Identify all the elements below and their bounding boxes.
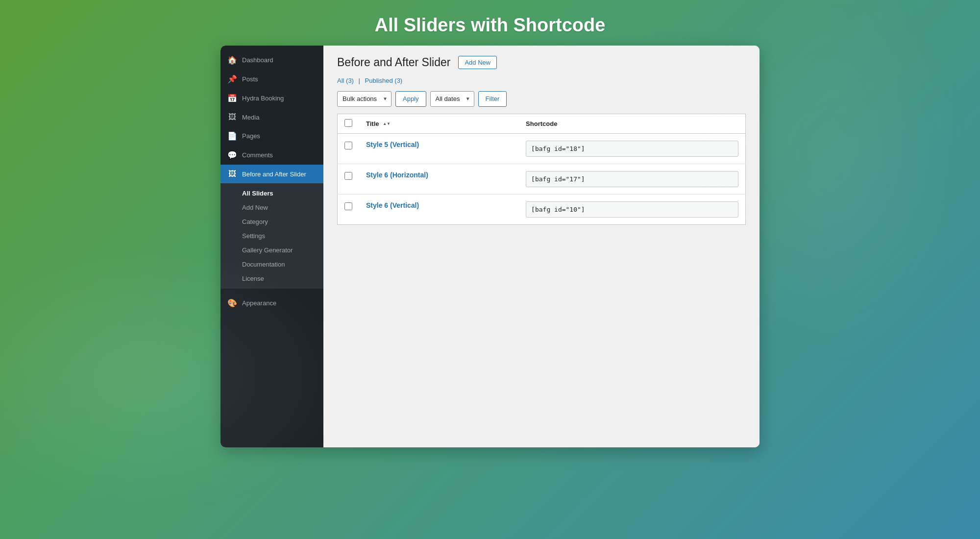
submenu-item-documentation[interactable]: Documentation bbox=[220, 257, 323, 271]
submenu-item-add-new[interactable]: Add New bbox=[220, 200, 323, 215]
title-sort-icon[interactable]: ▲▼ bbox=[383, 122, 391, 126]
submenu-item-gallery-generator[interactable]: Gallery Generator bbox=[220, 243, 323, 257]
sidebar-item-hydra-booking[interactable]: 📅 Hydra Booking bbox=[220, 89, 323, 108]
dates-select[interactable]: All dates bbox=[430, 91, 474, 107]
sidebar-item-label: Dashboard bbox=[242, 56, 273, 64]
content-title: Before and After Slider bbox=[337, 55, 450, 70]
row-title-cell: Style 6 (Horizontal) bbox=[359, 164, 519, 194]
shortcode-input-1[interactable] bbox=[526, 171, 738, 187]
comments-icon: 💬 bbox=[227, 150, 237, 160]
slider-icon: 🖼 bbox=[227, 170, 237, 178]
title-column-header: Title ▲▼ bbox=[359, 114, 519, 133]
sidebar-item-label: Posts bbox=[242, 75, 258, 83]
row-title-cell: Style 5 (Vertical) bbox=[359, 133, 519, 164]
submenu-item-settings[interactable]: Settings bbox=[220, 229, 323, 243]
filter-button[interactable]: Filter bbox=[478, 91, 507, 107]
sidebar-item-comments[interactable]: 💬 Comments bbox=[220, 146, 323, 165]
sidebar-item-label: Media bbox=[242, 114, 259, 121]
page-title: All Sliders with Shortcode bbox=[0, 15, 980, 36]
select-all-checkbox[interactable] bbox=[344, 119, 352, 127]
table-row: Style 6 (Vertical) bbox=[338, 194, 746, 224]
table-row: Style 6 (Horizontal) bbox=[338, 164, 746, 194]
dates-wrapper: All dates ▼ bbox=[430, 91, 474, 107]
appearance-icon: 🎨 bbox=[227, 298, 237, 308]
row-checkbox-cell bbox=[338, 133, 360, 164]
row-shortcode-cell bbox=[519, 164, 745, 194]
row-title-link-0[interactable]: Style 5 (Vertical) bbox=[366, 141, 512, 148]
row-title-cell: Style 6 (Vertical) bbox=[359, 194, 519, 224]
sidebar-item-label: Before and After Slider bbox=[242, 171, 306, 178]
main-content: Before and After Slider Add New All (3) … bbox=[323, 46, 760, 447]
table-row: Style 5 (Vertical) bbox=[338, 133, 746, 164]
add-new-button[interactable]: Add New bbox=[458, 56, 497, 69]
filter-published[interactable]: Published (3) bbox=[365, 77, 403, 84]
submenu-item-all-sliders[interactable]: All Sliders bbox=[220, 186, 323, 200]
bulk-actions-wrapper: Bulk actions Delete ▼ bbox=[337, 91, 392, 107]
pages-icon: 📄 bbox=[227, 131, 237, 141]
sidebar-item-label: Pages bbox=[242, 132, 260, 140]
row-title-link-2[interactable]: Style 6 (Vertical) bbox=[366, 201, 512, 209]
sidebar-item-before-after-slider[interactable]: 🖼 Before and After Slider bbox=[220, 165, 323, 183]
sidebar-item-pages[interactable]: 📄 Pages bbox=[220, 126, 323, 146]
hydra-booking-icon: 📅 bbox=[227, 94, 237, 103]
shortcode-input-2[interactable] bbox=[526, 201, 738, 218]
submenu-item-category[interactable]: Category bbox=[220, 215, 323, 229]
row-title-link-1[interactable]: Style 6 (Horizontal) bbox=[366, 171, 512, 179]
row-checkbox-0[interactable] bbox=[344, 142, 352, 149]
apply-button[interactable]: Apply bbox=[395, 91, 426, 107]
filter-all[interactable]: All (3) bbox=[337, 77, 354, 84]
row-shortcode-cell bbox=[519, 133, 745, 164]
media-icon: 🖼 bbox=[227, 113, 237, 122]
sliders-table: Title ▲▼ Shortcode Style 5 (Vertical) bbox=[337, 114, 746, 225]
dashboard-icon: 🏠 bbox=[227, 55, 237, 65]
select-all-col bbox=[338, 114, 360, 133]
filter-links: All (3) | Published (3) bbox=[337, 77, 746, 84]
row-checkbox-cell bbox=[338, 194, 360, 224]
sidebar-item-label: Appearance bbox=[242, 299, 276, 307]
sidebar-item-appearance[interactable]: 🎨 Appearance bbox=[220, 294, 323, 313]
posts-icon: 📌 bbox=[227, 74, 237, 84]
sidebar-item-label: Comments bbox=[242, 151, 273, 159]
sidebar-item-posts[interactable]: 📌 Posts bbox=[220, 70, 323, 89]
shortcode-column-header: Shortcode bbox=[519, 114, 745, 133]
bulk-actions-select[interactable]: Bulk actions Delete bbox=[337, 91, 392, 107]
submenu: All Sliders Add New Category Settings Ga… bbox=[220, 183, 323, 289]
row-shortcode-cell bbox=[519, 194, 745, 224]
row-checkbox-1[interactable] bbox=[344, 172, 352, 180]
toolbar: Bulk actions Delete ▼ Apply All dates ▼ … bbox=[337, 91, 746, 107]
sidebar-item-media[interactable]: 🖼 Media bbox=[220, 108, 323, 126]
row-checkbox-cell bbox=[338, 164, 360, 194]
sidebar-item-label: Hydra Booking bbox=[242, 95, 284, 102]
submenu-item-license[interactable]: License bbox=[220, 271, 323, 286]
row-checkbox-2[interactable] bbox=[344, 202, 352, 210]
sidebar: 🏠 Dashboard 📌 Posts 📅 Hydra Booking 🖼 Me… bbox=[220, 46, 323, 447]
content-header: Before and After Slider Add New bbox=[337, 55, 746, 70]
shortcode-input-0[interactable] bbox=[526, 141, 738, 157]
sidebar-item-dashboard[interactable]: 🏠 Dashboard bbox=[220, 50, 323, 70]
